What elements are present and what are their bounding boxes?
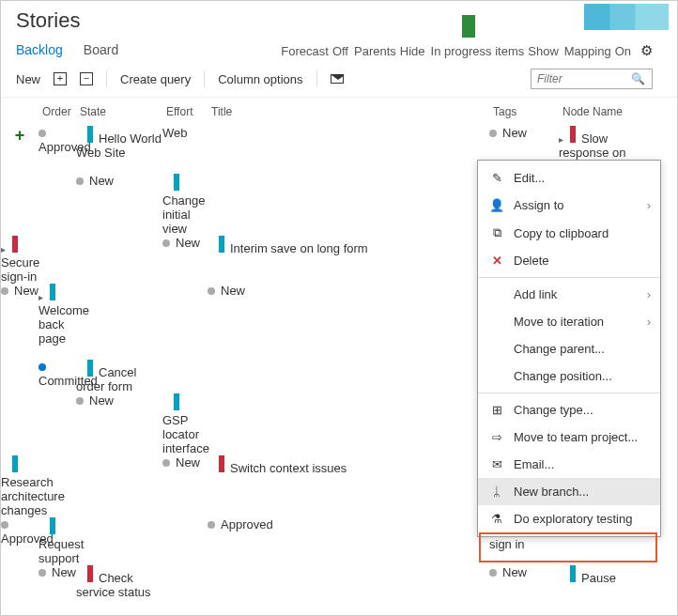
ctx-copy[interactable]: ⧉Copy to clipboard <box>478 219 660 247</box>
cell-state: Approved <box>208 517 489 565</box>
cell-state: Approved <box>1 517 39 565</box>
remove-icon[interactable]: − <box>80 72 93 85</box>
ctx-add-link[interactable]: Add link› <box>478 281 660 308</box>
cell-title[interactable]: Research architecture changes <box>1 455 39 517</box>
cell-state: Approved <box>39 126 76 174</box>
copy-icon: ⧉ <box>489 225 504 240</box>
ctx-delete[interactable]: ✕Delete <box>478 247 660 274</box>
filter-input[interactable] <box>537 72 631 85</box>
state-dot-icon <box>76 177 84 185</box>
parents-value[interactable]: Hide <box>400 44 425 58</box>
color-bar <box>50 284 55 300</box>
color-bar <box>12 236 18 253</box>
cell-node <box>76 517 162 565</box>
separator <box>204 70 205 87</box>
cell-title[interactable]: Hello World Web Site <box>76 126 162 174</box>
cell-node <box>208 393 489 455</box>
cell-state: New <box>76 174 162 236</box>
cell-node <box>1 393 39 455</box>
state-dot-icon <box>1 287 8 295</box>
cell-title[interactable]: Check service status <box>76 565 162 599</box>
state-dot-icon <box>39 569 46 577</box>
color-bar <box>12 455 18 472</box>
cell-title[interactable]: Request support <box>39 517 76 565</box>
pencil-icon: ✎ <box>489 171 504 185</box>
cell-title[interactable]: ▸Welcome back page <box>39 284 76 360</box>
add-icon[interactable]: + <box>54 72 67 85</box>
state-dot-icon <box>208 521 215 529</box>
cell-title[interactable]: GSP locator interface <box>162 393 208 455</box>
state-dot-icon <box>208 287 215 295</box>
gear-icon[interactable]: ⚙ <box>640 42 653 59</box>
expand-icon[interactable]: ▸ <box>39 292 46 302</box>
cell-node <box>162 565 208 599</box>
cell-state: New <box>162 455 208 517</box>
progress-value[interactable]: Show <box>528 44 559 58</box>
color-bar <box>87 565 93 582</box>
ctx-edit[interactable]: ✎Edit... <box>478 164 660 192</box>
cell-title[interactable]: Cancel order form <box>76 360 162 393</box>
ctx-change-parent[interactable]: Change parent... <box>478 335 660 362</box>
forecast-value[interactable]: Off <box>332 44 348 58</box>
new-button[interactable]: New <box>16 72 40 86</box>
color-bar <box>50 517 55 534</box>
separator <box>106 70 107 87</box>
tab-board[interactable]: Board <box>84 42 118 63</box>
ctx-change-position[interactable]: Change position... <box>478 362 660 390</box>
col-effort[interactable]: Effort <box>162 98 208 126</box>
col-title[interactable]: Title <box>208 98 489 126</box>
cell-state: New <box>39 565 76 599</box>
expand-icon[interactable]: ▸ <box>559 134 566 145</box>
cell-title[interactable]: ▸Secure sign-in <box>1 236 39 284</box>
color-bar <box>174 393 179 410</box>
divider <box>478 277 660 278</box>
ctx-change-type[interactable]: ⊞Change type... <box>478 396 660 424</box>
state-dot-icon <box>39 363 46 371</box>
state-dot-icon <box>1 521 8 529</box>
progress-label: In progress items <box>431 44 525 58</box>
flask-icon: ⚗ <box>489 512 504 526</box>
col-state[interactable]: State <box>76 98 162 126</box>
cell-title[interactable]: Pause <box>559 565 653 599</box>
expand-icon[interactable]: ▸ <box>1 244 8 254</box>
cell-node <box>39 236 76 284</box>
cell-state: Committed <box>39 360 76 393</box>
mapping-value[interactable]: On <box>615 44 631 58</box>
page-title: Stories <box>16 8 662 33</box>
search-icon[interactable]: 🔍 <box>631 72 645 85</box>
create-query-button[interactable]: Create query <box>120 72 191 86</box>
cell-node: Web <box>162 126 208 174</box>
state-dot-icon <box>489 569 497 577</box>
cell-title[interactable]: Switch context issues <box>208 455 489 517</box>
col-node[interactable]: Node Name <box>559 98 653 126</box>
type-icon: ⊞ <box>489 403 504 417</box>
cell-title[interactable]: Interim save on long form <box>208 236 489 284</box>
col-order[interactable]: Order <box>39 98 76 126</box>
ctx-exploratory-testing[interactable]: ⚗Do exploratory testing <box>478 505 660 532</box>
ctx-assign-to[interactable]: 👤Assign to› <box>478 192 660 219</box>
col-tags[interactable]: Tags <box>489 98 559 126</box>
cell-node <box>76 284 162 360</box>
forecast-label: Forecast <box>281 44 329 58</box>
ctx-email[interactable]: ✉Email... <box>478 451 660 478</box>
person-icon: 👤 <box>489 198 504 212</box>
cell-title[interactable]: Change initial view <box>162 174 208 236</box>
filter-box[interactable]: 🔍 <box>531 69 653 89</box>
color-bar <box>174 174 179 191</box>
chevron-right-icon: › <box>647 315 651 329</box>
separator <box>316 70 317 87</box>
cell-node <box>1 174 39 236</box>
cell-state: New <box>162 236 208 284</box>
mail-icon: ✉ <box>489 457 504 471</box>
divider <box>478 393 660 393</box>
chevron-right-icon: › <box>647 287 651 301</box>
ctx-move-iteration[interactable]: Move to iteration› <box>478 308 660 335</box>
column-options-button[interactable]: Column options <box>218 72 302 86</box>
ctx-new-branch[interactable]: ᛦNew branch... <box>478 478 660 505</box>
color-bar <box>570 126 576 143</box>
mail-icon[interactable] <box>331 74 344 84</box>
add-row-icon[interactable]: + <box>1 126 39 174</box>
ctx-move-project[interactable]: ⇨Move to team project... <box>478 424 660 451</box>
tab-backlog[interactable]: Backlog <box>16 42 63 63</box>
branch-icon: ᛦ <box>489 485 504 499</box>
